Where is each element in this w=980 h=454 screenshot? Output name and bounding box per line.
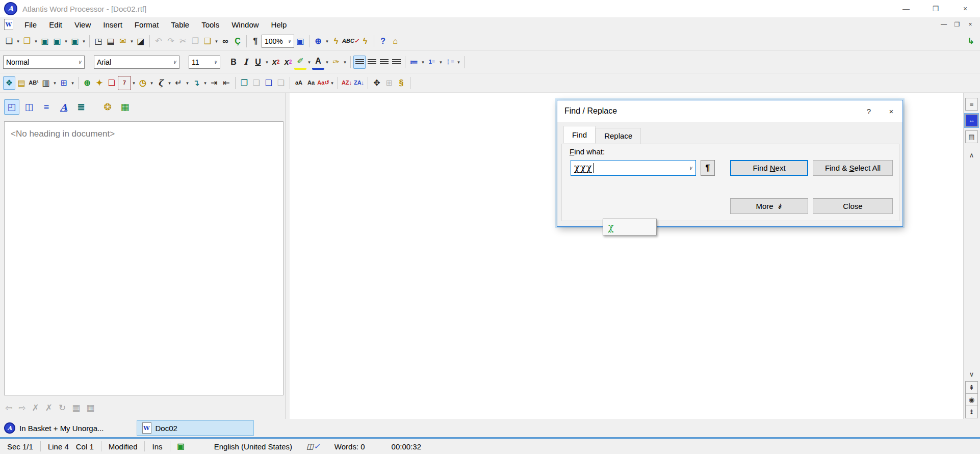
underline-icon[interactable]: U xyxy=(252,56,264,69)
text-break-icon[interactable]: ⇤ xyxy=(220,76,233,90)
minimize-button[interactable]: — xyxy=(891,1,921,17)
copy-formatting-icon[interactable]: ❐ xyxy=(238,76,250,90)
insert-mode-indicator[interactable]: Ins xyxy=(145,442,169,451)
multilevel-list-icon[interactable]: ⋮≡ xyxy=(444,56,456,69)
heading-collapse-icon[interactable]: ▦ xyxy=(72,403,80,413)
autocomplete-popup[interactable]: χ xyxy=(603,219,657,235)
date-dropdown-icon[interactable]: ▾ xyxy=(131,76,137,90)
symbol-dropdown-icon[interactable]: ▾ xyxy=(167,76,172,90)
save-icon[interactable]: ▣ xyxy=(39,35,51,48)
find-what-input[interactable]: χ χ χ ∨ xyxy=(571,160,696,176)
text-frame-icon[interactable]: ▤ xyxy=(15,76,28,90)
session-timer[interactable]: 00:00:32 xyxy=(384,442,428,451)
browse-previous-icon[interactable]: ⇞ xyxy=(965,381,978,394)
align-justify-icon[interactable] xyxy=(390,56,402,69)
subscript-icon[interactable]: x2 xyxy=(282,56,294,69)
insert-date-icon[interactable]: 7 xyxy=(118,76,131,90)
footnote-icon[interactable]: AB¹ xyxy=(28,76,40,90)
combo-arrow-icon[interactable]: ∨ xyxy=(689,165,692,171)
paste-formatting-icon[interactable]: ❑ xyxy=(250,76,263,90)
menu-file[interactable]: File xyxy=(18,19,43,31)
headings-book-icon[interactable]: ◫ xyxy=(21,99,37,115)
superscript-icon[interactable]: x2 xyxy=(270,56,282,69)
columns-icon[interactable]: ▥ xyxy=(40,76,52,90)
close-dialog-button[interactable]: Close xyxy=(813,198,893,214)
undo-icon[interactable]: ↶ xyxy=(152,35,165,48)
section-break-icon[interactable]: ↴ xyxy=(190,76,202,90)
heading-demote-icon[interactable]: ✗ xyxy=(32,403,39,413)
section-break-dropdown-icon[interactable]: ▾ xyxy=(202,76,208,90)
list-pane-icon[interactable]: ≣ xyxy=(73,99,89,115)
paragraphs-icon[interactable]: ≡ xyxy=(39,99,54,115)
open-icon[interactable]: ❒ xyxy=(21,35,33,48)
hot-panel-icon[interactable]: ❖ xyxy=(3,76,15,90)
menu-insert[interactable]: Insert xyxy=(97,19,128,31)
page-break-dropdown-icon[interactable]: ▾ xyxy=(185,76,190,90)
autocorrect-icon[interactable]: ϟ xyxy=(330,35,342,48)
bookmark-icon[interactable]: ✦ xyxy=(93,76,106,90)
statistics-icon[interactable]: ▦ xyxy=(117,99,133,115)
browse-next-icon[interactable]: ⇟ xyxy=(965,406,978,418)
autoformat-icon[interactable]: ϟ xyxy=(359,35,371,48)
print-icon[interactable]: ▤ xyxy=(105,35,117,48)
save-special-icon[interactable]: ▣ xyxy=(69,35,81,48)
autosave-disk-icon[interactable]: ▣ xyxy=(170,442,192,451)
spell-language-icon[interactable]: ◫✓ xyxy=(299,442,327,451)
organizer-item[interactable]: A In Basket + My Unorga... xyxy=(4,422,104,434)
mdi-close-button[interactable]: × xyxy=(964,19,977,30)
email-dropdown-icon[interactable]: ▾ xyxy=(129,35,135,48)
close-button[interactable]: × xyxy=(950,1,980,17)
mdi-minimize-button[interactable]: — xyxy=(937,19,950,30)
save-all-dropdown-icon[interactable]: ▾ xyxy=(63,35,69,48)
hyperlink-icon[interactable]: ⊕ xyxy=(81,76,93,90)
nav-back-icon[interactable]: ⇦ xyxy=(5,403,12,413)
toggle-case-icon[interactable]: Aa↺ xyxy=(317,76,329,90)
style-combo[interactable]: Normal∨ xyxy=(3,56,85,69)
save-all-icon[interactable]: ▣ xyxy=(51,35,63,48)
new-dropdown-icon[interactable]: ▾ xyxy=(15,35,21,48)
help-icon[interactable]: ? xyxy=(377,35,389,48)
dialog-title-bar[interactable]: Find / Replace ? × xyxy=(557,100,902,122)
section-indicator[interactable]: Sec 1/1 xyxy=(0,442,40,451)
paste-special-icon[interactable]: ❑ xyxy=(263,76,275,90)
menu-tools[interactable]: Tools xyxy=(195,19,225,31)
bold-icon[interactable]: B xyxy=(227,56,240,69)
bullet-dropdown-icon[interactable]: ▾ xyxy=(420,56,426,69)
tab-find[interactable]: Find xyxy=(563,126,596,143)
tab-replace[interactable]: Replace xyxy=(596,128,641,145)
multilevel-dropdown-icon[interactable]: ▾ xyxy=(456,56,461,69)
document-tab-doc02[interactable]: W Doc02 xyxy=(137,420,254,436)
table-dropdown-icon[interactable]: ▾ xyxy=(70,76,75,90)
colors-palette-icon[interactable]: ❂ xyxy=(100,99,115,115)
menu-view[interactable]: View xyxy=(68,19,97,31)
italic-icon[interactable]: I xyxy=(240,56,252,69)
find-icon[interactable]: ∞ xyxy=(219,35,231,48)
zoom-combo[interactable]: 100%∨ xyxy=(262,35,294,48)
find-select-all-button[interactable]: Find & Select All xyxy=(813,160,893,176)
suggestion-item[interactable]: χ xyxy=(608,222,613,233)
copy-icon[interactable]: ❐ xyxy=(189,35,201,48)
format-painter-icon[interactable]: ✑ xyxy=(330,56,342,69)
align-left-icon[interactable] xyxy=(353,56,366,69)
save-special-dropdown-icon[interactable]: ▾ xyxy=(81,35,87,48)
bullet-list-icon[interactable]: ≔ xyxy=(408,56,420,69)
sort-ascending-icon[interactable]: AZ↓ xyxy=(341,76,353,90)
show-formatting-marks-icon[interactable]: ¶ xyxy=(249,35,262,48)
find-next-button[interactable]: Find Next xyxy=(730,160,808,176)
font-color-icon[interactable]: A xyxy=(312,55,324,70)
line-indicator[interactable]: Line 4 xyxy=(41,442,76,451)
new-document-icon[interactable]: ❏ xyxy=(3,35,15,48)
home-icon[interactable]: ⌂ xyxy=(389,35,401,48)
insert-time-icon[interactable]: ◷ xyxy=(137,76,149,90)
menu-help[interactable]: Help xyxy=(265,19,293,31)
columns-dropdown-icon[interactable]: ▾ xyxy=(52,76,58,90)
menu-edit[interactable]: Edit xyxy=(43,19,68,31)
email-icon[interactable]: ✉ xyxy=(117,35,129,48)
address-card-icon[interactable]: ◪ xyxy=(135,35,147,48)
page-break-icon[interactable]: ↵ xyxy=(172,76,185,90)
special-symbol-icon[interactable]: ζ xyxy=(154,76,167,90)
modified-indicator[interactable]: Modified xyxy=(101,442,145,451)
more-button[interactable]: More↡ xyxy=(730,198,808,214)
menu-format[interactable]: Format xyxy=(128,19,165,31)
numbered-list-icon[interactable]: 1≡ xyxy=(426,56,438,69)
